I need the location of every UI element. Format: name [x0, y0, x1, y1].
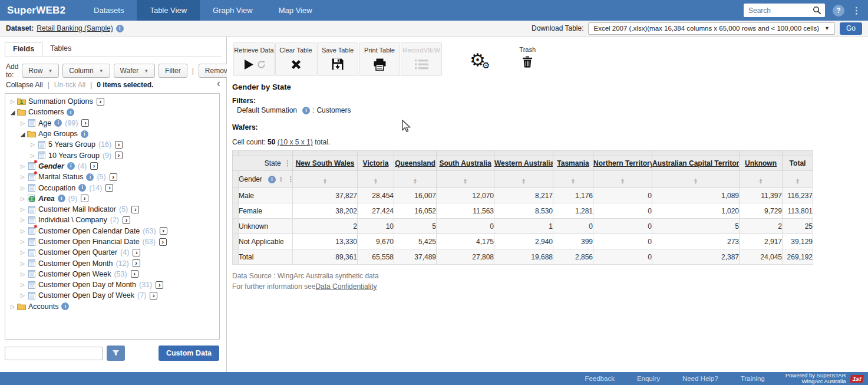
sort-icon[interactable]: ▲▼: [571, 178, 575, 185]
collapse-all-link[interactable]: Collapse All: [6, 81, 43, 89]
open-field-arrow-icon[interactable]: ›: [123, 216, 130, 224]
open-field-arrow-icon[interactable]: ›: [133, 259, 140, 267]
clear-table-button[interactable]: Clear Table: [275, 42, 316, 76]
open-field-arrow-icon[interactable]: ›: [160, 227, 167, 235]
open-field-arrow-icon[interactable]: ›: [90, 162, 98, 170]
tree-item-label[interactable]: 5 Years Group: [48, 140, 95, 149]
footer-link-enquiry[interactable]: Enquiry: [626, 375, 671, 382]
tree-item-label[interactable]: Customer Open Day of Month: [38, 281, 136, 289]
data-confidentiality-link[interactable]: Data Confidentiality: [315, 282, 377, 291]
nav-item-table-view[interactable]: Table View: [137, 0, 200, 21]
retrieve-data-button[interactable]: Retrieve Data: [233, 42, 275, 76]
tree-item-label[interactable]: Customer Open Week: [38, 270, 111, 278]
tree-item-label[interactable]: 10 Years Group: [48, 152, 100, 160]
tree-item-label[interactable]: Customer Open Calendar Date: [38, 227, 140, 235]
info-icon[interactable]: i: [268, 176, 276, 183]
tree-item-label[interactable]: Customer Open Month: [38, 259, 113, 268]
sort-icon[interactable]: ▲▼: [413, 178, 417, 185]
tree-item-label[interactable]: Age Groups: [38, 130, 78, 138]
tree-item-label[interactable]: Individual \ Company: [38, 216, 107, 224]
sort-icon[interactable]: ▲▼: [758, 178, 763, 185]
expand-node-icon[interactable]: ▷: [19, 174, 27, 180]
open-field-arrow-icon[interactable]: ›: [131, 270, 138, 278]
sort-icon[interactable]: ▲▼: [323, 178, 327, 185]
info-icon[interactable]: i: [54, 119, 62, 127]
expand-node-icon[interactable]: ▷: [19, 217, 27, 223]
untick-all-link[interactable]: Un-tick All: [54, 81, 85, 89]
expand-node-icon[interactable]: ▷: [19, 196, 27, 202]
open-field-arrow-icon[interactable]: ›: [115, 152, 123, 159]
collapse-node-icon[interactable]: ◢: [9, 109, 16, 116]
tree-item-label[interactable]: Customer Mail Indicator: [38, 205, 116, 213]
column-menu-icon[interactable]: ⋮: [283, 159, 292, 167]
filter-info-icon[interactable]: i: [302, 107, 310, 114]
info-icon[interactable]: i: [61, 302, 69, 310]
expand-node-icon[interactable]: ▷: [9, 304, 16, 310]
col-header-tasmania[interactable]: Tasmania: [553, 156, 593, 171]
sort-icon[interactable]: ▲▼: [374, 178, 378, 185]
filter-funnel-button[interactable]: [107, 345, 125, 361]
print-table-button[interactable]: Print Table: [359, 42, 400, 76]
info-icon[interactable]: i: [78, 184, 86, 192]
tree-item-label[interactable]: Gender: [38, 162, 64, 170]
expand-node-icon[interactable]: ▷: [19, 228, 27, 234]
info-icon[interactable]: i: [86, 173, 94, 181]
open-field-arrow-icon[interactable]: ›: [133, 249, 140, 256]
add-to-wafer-button[interactable]: Wafer▼: [114, 64, 155, 78]
footer-link-need-help[interactable]: Need Help?: [671, 375, 730, 382]
expand-node-icon[interactable]: ▷: [19, 185, 27, 191]
download-format-select[interactable]: Excel 2007 (.xlsx)(max 16,384 columns x …: [588, 22, 835, 35]
expand-node-icon[interactable]: ▷: [19, 120, 27, 126]
trash-dropzone[interactable]: Trash: [519, 42, 536, 69]
col-header-unknown[interactable]: Unknown: [740, 156, 783, 171]
footer-link-feedback[interactable]: Feedback: [573, 375, 626, 382]
col-header-queensland[interactable]: Queensland: [394, 156, 437, 171]
collapse-node-icon[interactable]: ◢: [19, 131, 27, 137]
open-field-arrow-icon[interactable]: ›: [159, 238, 167, 246]
tree-item-label[interactable]: Customer Open Financial Date: [38, 238, 140, 246]
col-header-victoria[interactable]: Victoria: [358, 156, 394, 171]
dataset-link[interactable]: Retail Banking (Sample): [37, 24, 113, 32]
open-field-arrow-icon[interactable]: ›: [81, 119, 89, 127]
col-header-south-australia[interactable]: South Australia: [437, 156, 494, 171]
custom-data-button[interactable]: Custom Data: [159, 345, 219, 361]
col-header-australian-capital-territory[interactable]: Australian Capital Territory: [652, 156, 740, 171]
tree-item-label[interactable]: Customer Open Day of Week: [38, 291, 134, 300]
open-field-arrow-icon[interactable]: ›: [81, 195, 88, 202]
sort-icon[interactable]: ▲▼: [279, 176, 283, 183]
tree-item-label[interactable]: Accounts: [28, 302, 58, 311]
nav-item-datasets[interactable]: Datasets: [81, 0, 137, 21]
col-header-northern-territory[interactable]: Northern Territory: [593, 156, 652, 171]
open-field-arrow-icon[interactable]: ›: [110, 173, 117, 181]
sort-icon[interactable]: ▲▼: [621, 178, 625, 185]
open-field-arrow-icon[interactable]: ›: [156, 281, 163, 289]
expand-node-icon[interactable]: ▷: [29, 142, 37, 147]
nav-item-map-view[interactable]: Map View: [266, 0, 325, 21]
open-field-arrow-icon[interactable]: ›: [97, 98, 104, 106]
expand-node-icon[interactable]: ▷: [19, 261, 27, 266]
add-to-row-button[interactable]: Row▼: [22, 64, 59, 78]
go-button[interactable]: Go: [840, 22, 862, 35]
add-to-column-button[interactable]: Column▼: [62, 64, 110, 78]
sort-icon[interactable]: ▲▼: [463, 178, 467, 185]
info-icon[interactable]: i: [58, 195, 65, 202]
dataset-info-icon[interactable]: i: [116, 25, 124, 32]
tree-item-label[interactable]: Area: [38, 195, 55, 203]
sort-icon[interactable]: ▲▼: [694, 178, 698, 185]
tree-item-label[interactable]: Summation Options: [28, 97, 93, 106]
table-options-gear-icon[interactable]: ⚙⚙: [470, 42, 493, 68]
open-field-arrow-icon[interactable]: ›: [150, 292, 157, 300]
search-box[interactable]: [744, 4, 825, 17]
open-field-arrow-icon[interactable]: ›: [115, 141, 123, 149]
info-icon[interactable]: i: [81, 130, 88, 138]
col-header-western-australia[interactable]: Western Australia: [494, 156, 553, 171]
expand-node-icon[interactable]: ▷: [19, 239, 27, 245]
expand-node-icon[interactable]: ▷: [9, 98, 16, 104]
cell-count-dims-link[interactable]: (10 x 5 x 1): [278, 138, 313, 146]
search-input[interactable]: [747, 6, 813, 15]
tree-item-label[interactable]: Marital Status: [38, 173, 83, 181]
tree-item-label[interactable]: Customers: [28, 108, 64, 116]
field-search-input[interactable]: [5, 347, 103, 360]
help-icon[interactable]: ?: [833, 5, 844, 17]
open-field-arrow-icon[interactable]: ›: [131, 206, 139, 213]
